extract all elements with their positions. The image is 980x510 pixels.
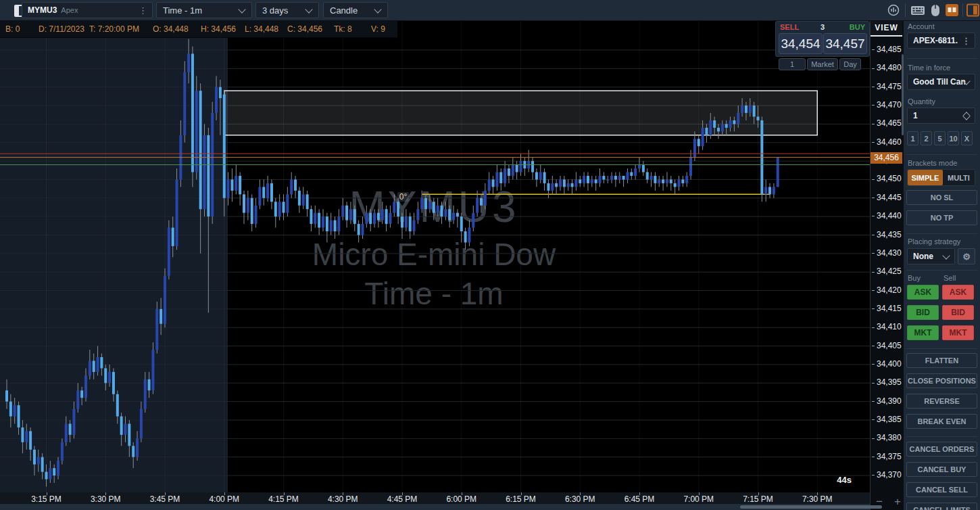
range-value: 3 days: [262, 5, 288, 16]
chevron-down-icon: [305, 5, 312, 13]
view-tab[interactable]: VIEW: [871, 21, 902, 37]
chevron-down-icon: [942, 252, 950, 259]
no-tp-button[interactable]: NO TP: [906, 210, 977, 225]
time-axis-label: 7:00 PM: [683, 494, 714, 504]
price-axis-label: 34,390: [872, 396, 902, 406]
price-axis-label: 34,440: [872, 211, 902, 221]
time-axis[interactable]: 3:15 PM3:30 PM3:45 PM4:00 PM4:15 PM4:30 …: [0, 492, 870, 504]
ohlc-item: C: 34,456: [287, 24, 322, 34]
panel-divider: [906, 270, 977, 271]
quantity-value: 1: [913, 111, 918, 120]
angle-annotation[interactable]: 0°: [397, 192, 409, 202]
price-axis-label: 34,395: [872, 377, 902, 387]
panel-divider: [906, 233, 977, 234]
ohlc-item: T: 7:20:00 PM: [89, 24, 139, 34]
stepper-down-icon[interactable]: [964, 116, 969, 119]
no-sl-button[interactable]: NO SL: [906, 190, 977, 205]
account-label: Account: [908, 22, 935, 30]
account-menu-icon[interactable]: ⋮: [962, 36, 971, 46]
zoom-in-button[interactable]: +: [891, 495, 904, 509]
time-axis-label: 4:00 PM: [209, 494, 239, 504]
preset-10-button[interactable]: 10: [948, 131, 959, 145]
cancel-buy-button[interactable]: CANCEL BUY: [906, 462, 977, 477]
symbol-menu-icon[interactable]: ⋮: [139, 5, 147, 16]
toolbar-separator: [905, 3, 906, 17]
order-market-button[interactable]: Market: [807, 58, 838, 70]
ohlc-readout-bar: B: 0D: 7/11/2023T: 7:20:00 PMO: 34,448H:…: [0, 21, 397, 38]
preset-5-button[interactable]: 5: [934, 131, 946, 145]
gear-icon[interactable]: ⚙: [958, 248, 975, 264]
brackets-multi-button[interactable]: MULTI: [943, 170, 975, 185]
time-axis-label: 6:30 PM: [565, 494, 595, 504]
buy-column-label: Buy: [908, 274, 921, 282]
order-1-button[interactable]: 1: [779, 58, 806, 70]
price-axis-label: 34,385: [872, 415, 902, 424]
break-even-button[interactable]: BREAK EVEN: [906, 414, 977, 429]
price-axis-label: 34,415: [872, 304, 902, 313]
time-axis-label: 6:45 PM: [624, 494, 655, 504]
tif-value: Good Till Can: [913, 77, 966, 87]
range-dropdown[interactable]: 3 days: [255, 2, 319, 18]
panel-divider: [906, 154, 977, 155]
quantity-label: Quantity: [908, 97, 935, 106]
chart-canvas[interactable]: MYMU3 Micro E-mini Dow Time - 1m 0° 44s …: [0, 21, 870, 492]
panel-divider: [906, 58, 977, 59]
buy-bid-button[interactable]: BID: [907, 305, 939, 320]
symbol-selector[interactable]: MYMU3 Apex ⋮: [22, 2, 153, 18]
panel-scrollbar[interactable]: [902, 54, 904, 135]
buy-header-label[interactable]: BUY: [850, 23, 865, 31]
symbol-tag: Apex: [61, 6, 78, 14]
price-axis-label: 34,375: [872, 452, 902, 461]
time-axis-label: 7:15 PM: [743, 494, 773, 504]
horizontal-scrollbar[interactable]: [740, 505, 882, 509]
preset-1-button[interactable]: 1: [907, 131, 918, 145]
link-windows-icon[interactable]: [946, 3, 959, 20]
bar-countdown-timer: 44s: [819, 475, 852, 485]
cancel-orders-button[interactable]: CANCEL ORDERS: [906, 442, 977, 457]
preset-2-button[interactable]: 2: [921, 131, 932, 145]
order-day-button[interactable]: Day: [839, 58, 861, 70]
reverse-button[interactable]: REVERSE: [906, 394, 977, 409]
buy-mkt-button[interactable]: MKT: [907, 325, 939, 340]
quantity-input[interactable]: 1: [907, 108, 975, 124]
account-value: APEX-6811.: [913, 36, 958, 45]
chart-type-dropdown[interactable]: Candle: [323, 2, 388, 18]
sell-price-button[interactable]: 34,454: [779, 33, 823, 54]
ohlc-item: V: 9: [371, 24, 385, 34]
price-axis-label: 34,435: [872, 230, 902, 239]
mouse-icon[interactable]: [930, 3, 941, 20]
flatten-button[interactable]: FLATTEN: [906, 353, 977, 368]
buy-ask-button[interactable]: ASK: [907, 285, 939, 300]
sell-bid-button[interactable]: BID: [942, 305, 974, 320]
ohlc-item: D: 7/11/2023: [39, 24, 84, 34]
side-panel-icon[interactable]: [966, 3, 980, 20]
brackets-mode-toggle: SIMPLE MULTI: [907, 169, 975, 186]
brackets-simple-button[interactable]: SIMPLE: [908, 170, 943, 185]
time-axis-label: 4:30 PM: [328, 494, 358, 504]
ohlc-item: Tk: 8: [334, 24, 352, 34]
preset-x-button[interactable]: X: [961, 131, 973, 145]
placing-strategy-label: Placing strategy: [908, 237, 960, 246]
cancel-sell-button[interactable]: CANCEL SELL: [906, 482, 977, 497]
chart-lens-icon[interactable]: [887, 3, 900, 20]
price-axis-label: 34,370: [872, 470, 902, 480]
close-positions-button[interactable]: CLOSE POSITIONS: [906, 373, 977, 388]
order-entry-widget: SELL 3 BUY 34,454 34,457: [775, 21, 870, 57]
cancel-limits-button[interactable]: CANCEL LIMITS: [906, 503, 977, 510]
sell-ask-button[interactable]: ASK: [942, 285, 974, 300]
sell-mkt-button[interactable]: MKT: [942, 325, 974, 340]
price-axis[interactable]: VIEW 34,48534,48034,47534,47034,46534,46…: [870, 21, 904, 510]
symbol-name: MYMU3: [28, 5, 57, 15]
account-selector[interactable]: APEX-6811. ⋮: [907, 32, 975, 49]
keyboard-icon[interactable]: [910, 3, 925, 20]
tif-dropdown[interactable]: Good Till Can: [907, 74, 975, 90]
placing-strategy-dropdown[interactable]: None: [907, 248, 955, 264]
time-axis-label: 6:15 PM: [506, 494, 536, 504]
price-axis-label: 34,425: [872, 266, 902, 276]
time-axis-label: 4:45 PM: [387, 494, 418, 504]
buy-price-button[interactable]: 34,457: [823, 33, 867, 54]
trading-panel: Account APEX-6811. ⋮ Time in force Good …: [904, 21, 980, 510]
price-axis-label: 34,480: [872, 63, 902, 72]
candlestick-chart[interactable]: [0, 21, 870, 492]
timeframe-dropdown[interactable]: Time - 1m: [156, 2, 252, 18]
